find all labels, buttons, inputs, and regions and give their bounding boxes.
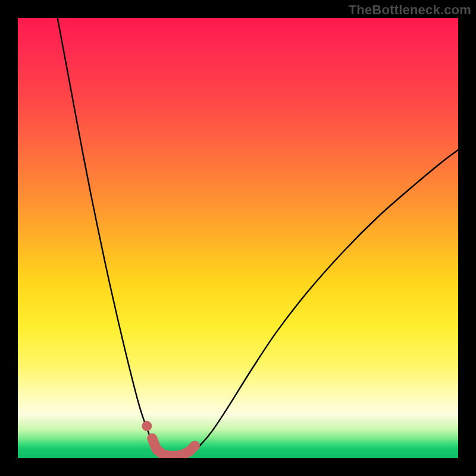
valley-marker-group — [142, 421, 195, 456]
plot-area — [18, 18, 458, 458]
right-branch-curve — [190, 150, 458, 456]
curve-layer — [18, 18, 458, 458]
valley-marker-dot — [142, 421, 152, 431]
chart-frame: TheBottleneck.com — [0, 0, 476, 476]
valley-marker-path — [152, 439, 195, 456]
left-branch-curve — [58, 18, 164, 456]
watermark-text: TheBottleneck.com — [349, 2, 471, 18]
